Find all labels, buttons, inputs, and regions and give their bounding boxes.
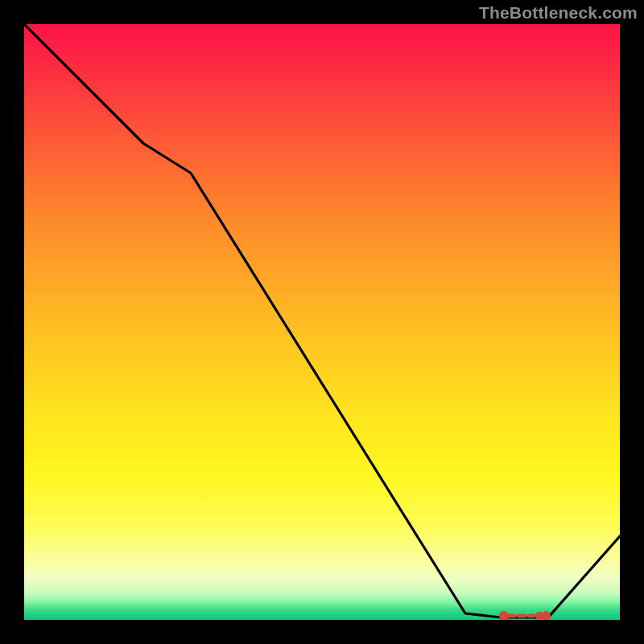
- watermark-text: TheBottleneck.com: [479, 3, 638, 23]
- marker-cluster: [502, 613, 549, 619]
- chart-overlay: [24, 24, 620, 620]
- svg-point-0: [502, 613, 507, 619]
- plot-area: [24, 24, 620, 620]
- chart-frame: TheBottleneck.com: [0, 0, 644, 644]
- bottleneck-curve-line: [24, 24, 620, 617]
- svg-point-4: [538, 614, 542, 618]
- svg-point-5: [543, 613, 549, 619]
